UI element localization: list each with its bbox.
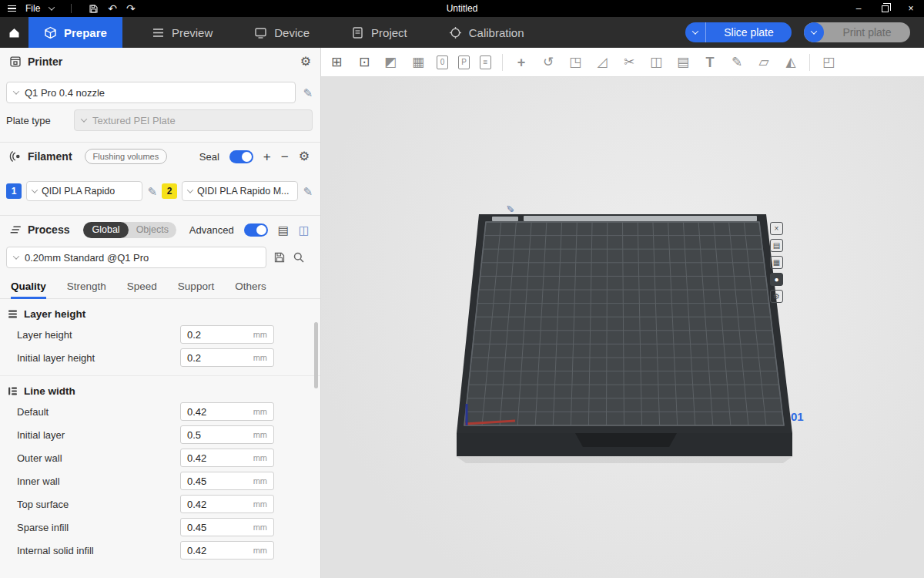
plate-type-label: Plate type (6, 115, 68, 126)
search-preset-icon[interactable] (293, 251, 305, 264)
lay-flat-icon[interactable]: ◿ (594, 55, 610, 69)
filament-2-combo[interactable]: QIDI PLA Rapido M... (182, 181, 298, 201)
main-tabbar: Prepare Preview Device Project Calibr (0, 17, 924, 48)
edit-printer-preset-icon[interactable]: ✎ (303, 87, 313, 99)
plate-delete-icon[interactable]: × (770, 222, 783, 235)
top-surface-line-width-input[interactable]: 0.42 mm (180, 495, 274, 513)
tab-speed[interactable]: Speed (127, 276, 157, 299)
plate-type-combo[interactable]: Textured PEI Plate (74, 109, 313, 131)
filament-2-badge[interactable]: 2 (162, 183, 177, 199)
tab-prepare[interactable]: Prepare (28, 17, 122, 48)
filament-settings-gear-icon[interactable]: ⚙ (299, 150, 310, 163)
tab-calibration[interactable]: Calibration (434, 17, 540, 48)
printer-preset-value: Q1 Pro 0.4 nozzle (25, 87, 105, 99)
internal-solid-infill-line-width-input[interactable]: 0.42 mm (180, 541, 274, 560)
edit-filament-2-icon[interactable]: ✎ (303, 186, 313, 197)
slice-options-chevron-icon[interactable] (685, 22, 706, 42)
auto-orient-icon[interactable]: ◩ (383, 55, 398, 69)
variable-layer-height-icon[interactable]: ▤ (675, 55, 691, 69)
scope-global-button[interactable]: Global (83, 222, 128, 238)
printer-settings-gear-icon[interactable]: ⚙ (300, 55, 311, 68)
process-preset-combo[interactable]: 0.20mm Standard @Q1 Pro (6, 247, 266, 268)
tab-project[interactable]: Project (336, 17, 423, 48)
settings-scrollbar[interactable] (314, 322, 318, 388)
tab-strength[interactable]: Strength (67, 276, 106, 299)
plate-settings-icon[interactable]: ⚙ (770, 290, 783, 303)
add-text-icon[interactable]: T (702, 55, 718, 69)
cut-icon[interactable]: ✂ (621, 55, 637, 69)
print-options-chevron-icon[interactable] (804, 22, 824, 42)
seal-toggle[interactable] (229, 150, 253, 163)
mirror-icon[interactable]: ◫ (648, 55, 664, 69)
process-scope-segmented: Global Objects (83, 222, 176, 238)
workspace: ⊞ ⊡ ◩ ▦ 0 P ≡ + ↺ ◳ ◿ ✂ ◫ ▤ T ✎ (321, 48, 924, 578)
add-model-icon[interactable]: ⊞ (329, 55, 344, 69)
document-title: Untitled (447, 3, 478, 14)
sparse-infill-line-width-input[interactable]: 0.45 mm (180, 518, 274, 536)
layer-height-input[interactable]: 0.2 mm (180, 325, 274, 344)
filament-1-badge[interactable]: 1 (6, 183, 22, 199)
plate-lock-icon[interactable]: ● (770, 273, 783, 286)
tab-others[interactable]: Others (235, 276, 266, 299)
printer-preset-combo[interactable]: Q1 Pro 0.4 nozzle (6, 82, 296, 103)
minimize-button[interactable]: – (845, 0, 872, 17)
home-button[interactable] (0, 17, 28, 48)
inner-wall-line-width-input[interactable]: 0.45 mm (180, 472, 274, 490)
device-icon (254, 26, 267, 39)
scale-icon[interactable]: ◳ (567, 55, 583, 69)
printer-section-title: Printer (28, 55, 62, 68)
remove-filament-button[interactable]: − (281, 150, 289, 163)
arrange-icon[interactable]: ▦ (410, 55, 426, 69)
filament-1-combo[interactable]: QIDI PLA Rapido (26, 181, 142, 201)
parameter-table-icon[interactable]: ◫ (299, 224, 310, 236)
setting-row: Outer wall 0.42 mm (0, 446, 320, 469)
file-menu-chevron-icon[interactable] (49, 4, 55, 10)
outer-wall-line-width-input[interactable]: 0.42 mm (180, 449, 274, 467)
home-icon (8, 26, 21, 39)
edit-filament-1-icon[interactable]: ✎ (147, 186, 157, 197)
plate-number-label[interactable]: 01 (791, 410, 804, 423)
process-preset-value: 0.20mm Standard @Q1 Pro (25, 252, 149, 264)
save-icon[interactable] (89, 4, 99, 14)
initial-layer-height-input[interactable]: 0.2 mm (180, 348, 274, 367)
file-menu[interactable]: File (25, 3, 40, 14)
initial-layer-line-width-input[interactable]: 0.5 mm (180, 425, 274, 444)
printer-section-header: Printer ⚙ (0, 48, 320, 76)
default-line-width-input[interactable]: 0.42 mm (180, 402, 274, 421)
paint-icon[interactable]: ✎ (729, 55, 745, 69)
assembly-icon[interactable]: ◰ (821, 55, 836, 69)
scope-objects-button[interactable]: Objects (129, 224, 176, 235)
advanced-toggle[interactable] (244, 223, 268, 237)
flushing-volumes-button[interactable]: Flushing volumes (85, 149, 168, 164)
measure-icon[interactable]: ▱ (756, 55, 772, 69)
add-plate-icon[interactable]: ⊡ (357, 55, 372, 69)
slice-plate-button[interactable]: Slice plate (685, 22, 792, 42)
save-preset-icon[interactable] (273, 251, 286, 264)
parameter-list-icon[interactable]: ▤ (278, 224, 289, 236)
tab-support[interactable]: Support (178, 276, 214, 299)
plate-export-icon[interactable]: ▤ (770, 239, 783, 252)
redo-icon[interactable]: ↷ (126, 3, 136, 14)
support-paint-icon[interactable]: ◭ (783, 55, 798, 69)
viewport-3d[interactable]: × ▤ ▦ ● ⚙ 01 ✎ (321, 77, 924, 578)
add-filament-button[interactable]: + (263, 150, 271, 163)
plate-back-strip (524, 216, 757, 221)
build-plate[interactable] (321, 77, 924, 578)
tab-device[interactable]: Device (239, 17, 325, 48)
plate-name-icon[interactable]: ▦ (770, 256, 783, 269)
move-icon[interactable]: + (514, 55, 529, 69)
doc-lines-icon[interactable]: ≡ (480, 55, 491, 69)
undo-icon[interactable]: ↶ (108, 3, 117, 14)
restore-icon (882, 5, 889, 12)
menu-icon[interactable] (8, 5, 16, 12)
restore-button[interactable] (872, 0, 898, 17)
filament-section-title: Filament (28, 150, 72, 163)
rotate-icon[interactable]: ↺ (541, 55, 556, 69)
plate-rename-pencil-icon[interactable]: ✎ (506, 203, 514, 214)
doc-p-icon[interactable]: P (458, 55, 470, 69)
close-button[interactable]: × (898, 0, 924, 17)
print-plate-button[interactable]: Print plate (804, 22, 910, 42)
tab-preview[interactable]: Preview (136, 17, 228, 48)
tab-quality[interactable]: Quality (11, 276, 46, 299)
doc-0-icon[interactable]: 0 (437, 55, 448, 69)
